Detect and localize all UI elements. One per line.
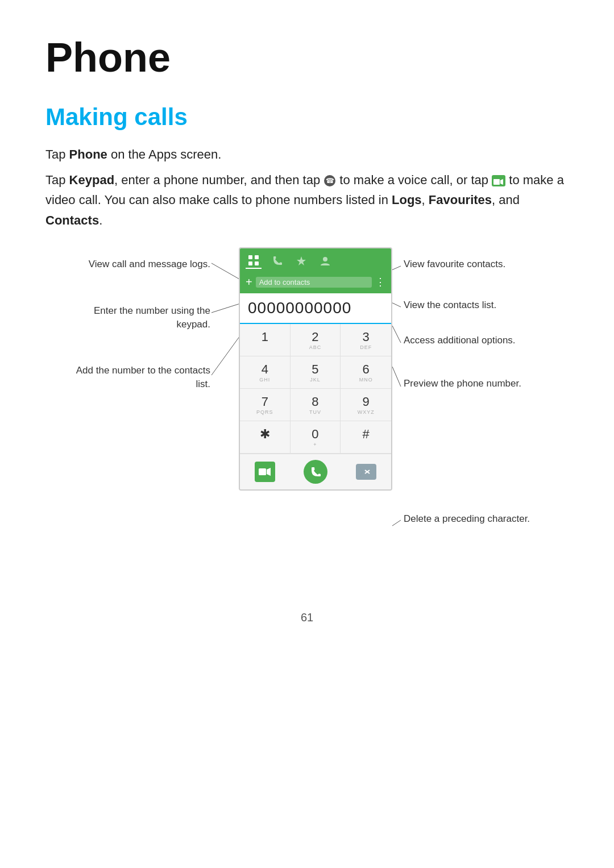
- add-contact-icon: +: [246, 276, 252, 289]
- svg-marker-16: [297, 256, 306, 265]
- phone-subheader: + Add to contacts ⋮: [240, 273, 391, 293]
- left-label-keypad: Enter the number using thekeypad.: [45, 304, 210, 331]
- voice-call-button: [304, 460, 327, 484]
- key-star: ✱: [240, 421, 291, 454]
- svg-line-11: [392, 520, 401, 526]
- video-call-button: [255, 462, 275, 482]
- key-7: 7PQRS: [240, 389, 291, 421]
- video-call-button-cell: [240, 454, 291, 489]
- right-label-delete: Delete a preceding character.: [404, 512, 574, 526]
- key-3: 3DEF: [341, 324, 391, 356]
- right-label-favourites: View favourite contacts.: [404, 258, 574, 271]
- key-6: 6MNO: [341, 356, 391, 389]
- right-label-preview: Preview the phone number.: [404, 377, 574, 391]
- key-5: 5JKL: [291, 356, 341, 389]
- left-label-logs: View call and message logs.: [45, 258, 210, 271]
- svg-marker-19: [267, 468, 271, 476]
- video-call-inline-icon: [492, 175, 505, 186]
- number-display: 00000000000: [240, 293, 391, 324]
- intro-paragraph-1: Tap Phone on the Apps screen.: [45, 144, 569, 164]
- intro-paragraph-2: Tap Keypad, enter a phone number, and th…: [45, 170, 569, 230]
- right-label-contacts-list: View the contacts list.: [404, 298, 574, 312]
- section-title: Making calls: [45, 103, 569, 131]
- svg-rect-18: [259, 468, 266, 475]
- keypad-grid: 1 2ABC 3DEF 4GHI 5JKL 6MNO 7PQRS 8TUV 9W…: [240, 324, 391, 454]
- svg-rect-15: [255, 261, 259, 265]
- more-options-icon: ⋮: [375, 276, 385, 288]
- svg-rect-13: [255, 255, 259, 259]
- key-9: 9WXYZ: [341, 389, 391, 421]
- tab-icon-phone: [269, 253, 285, 269]
- voice-call-icon: ☎: [323, 175, 336, 187]
- svg-rect-14: [248, 261, 252, 265]
- left-label-contacts: Add the number to the contactslist.: [45, 364, 210, 391]
- svg-rect-2: [493, 179, 500, 185]
- phone-tab-bar: [240, 248, 391, 273]
- svg-line-10: [392, 367, 401, 387]
- key-8: 8TUV: [291, 389, 341, 421]
- add-contact-label: Add to contacts: [256, 277, 372, 288]
- page-number: 61: [45, 611, 569, 624]
- tab-icon-favourites: [293, 253, 309, 269]
- delete-button-cell: [341, 454, 391, 489]
- diagram-area: View call and message logs. Enter the nu…: [45, 247, 569, 577]
- key-2: 2ABC: [291, 324, 341, 356]
- tab-icon-logs: [246, 253, 262, 269]
- key-4: 4GHI: [240, 356, 291, 389]
- tab-icon-contacts: [317, 253, 333, 269]
- delete-button: [356, 464, 376, 480]
- tab-icons: [246, 253, 333, 269]
- phone-mockup: + Add to contacts ⋮ 00000000000 1 2ABC 3…: [239, 247, 392, 491]
- key-0: 0+: [291, 421, 341, 454]
- voice-call-button-cell: [291, 454, 341, 489]
- key-1: 1: [240, 324, 291, 356]
- svg-point-17: [323, 257, 327, 261]
- svg-marker-3: [500, 179, 503, 185]
- right-label-options: Access additional options.: [404, 334, 574, 347]
- keypad-bottom-row: [240, 454, 391, 489]
- key-hash: #: [341, 421, 391, 454]
- svg-text:☎: ☎: [326, 177, 334, 185]
- page-title: Phone: [45, 34, 569, 81]
- svg-line-9: [392, 326, 401, 343]
- svg-marker-21: [360, 467, 372, 476]
- svg-rect-12: [248, 255, 252, 259]
